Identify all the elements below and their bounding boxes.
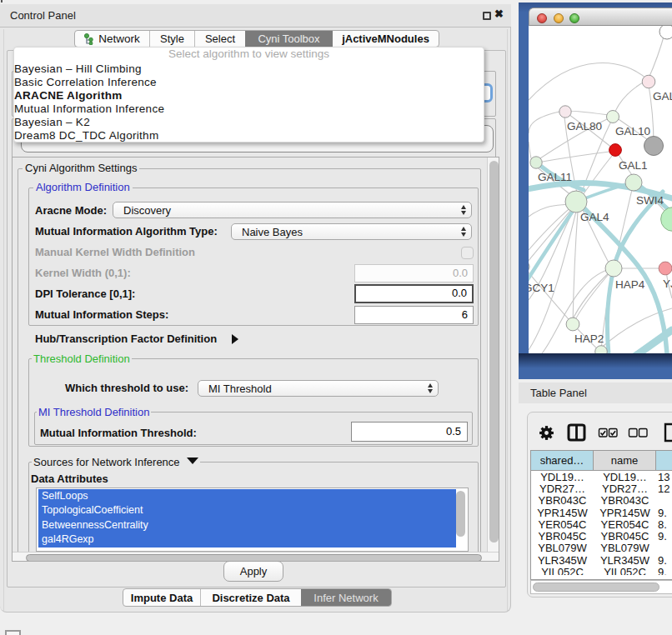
svg-text:GAL80: GAL80 <box>567 120 602 132</box>
svg-text:YJ: YJ <box>663 278 672 290</box>
svg-text:GAL2: GAL2 <box>653 90 672 102</box>
svg-text:GAL11: GAL11 <box>538 171 572 183</box>
svg-text:GCY1: GCY1 <box>529 282 554 294</box>
svg-text:GAL4: GAL4 <box>580 211 609 223</box>
svg-text:HAP2: HAP2 <box>574 332 604 345</box>
svg-text:GAL10: GAL10 <box>615 125 650 138</box>
svg-text:SWI4: SWI4 <box>636 194 664 207</box>
svg-text:GAL1: GAL1 <box>619 159 648 172</box>
svg-text:HAP4: HAP4 <box>615 278 645 291</box>
